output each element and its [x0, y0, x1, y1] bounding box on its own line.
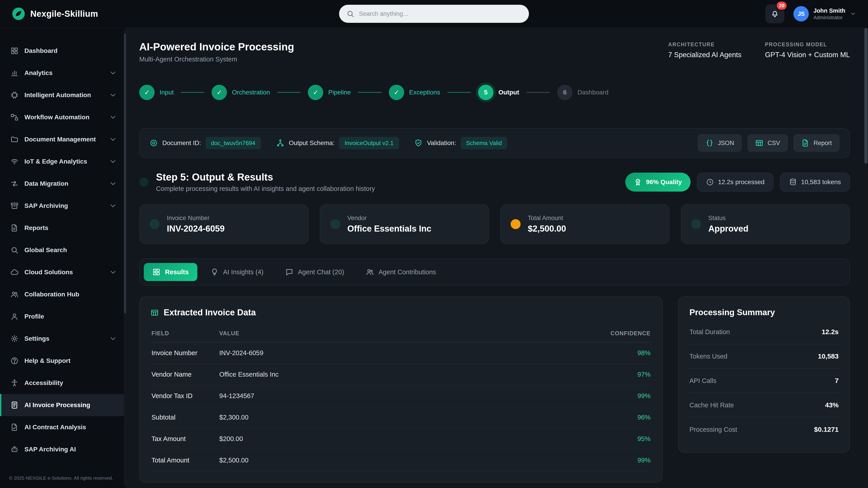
cell-value: 94-1234567: [219, 392, 583, 400]
sidebar-item[interactable]: Collaboration Hub: [0, 283, 126, 305]
step-mark: ✓: [144, 89, 149, 96]
sidebar-item[interactable]: AI Contract Analysis: [0, 416, 126, 438]
sidebar-item-icon: [10, 202, 19, 210]
cell-field: Vendor Name: [151, 371, 219, 378]
summary-cards: Invoice Number INV-2024-6059 Vendor Offi…: [139, 204, 850, 244]
sidebar-item[interactable]: Settings: [0, 328, 126, 350]
tab-icon: [366, 268, 374, 276]
page-scrollbar[interactable]: [864, 0, 868, 488]
table-body: Invoice Number INV-2024-6059 98% Vendor …: [151, 343, 651, 471]
stepper-step[interactable]: ✓ Exceptions: [389, 85, 478, 100]
stat-label: ARCHITECTURE: [668, 41, 741, 48]
doc-info-chip: Schema Valid: [461, 137, 507, 149]
tab[interactable]: Results: [144, 263, 197, 281]
copyright-text: © 2025 NEXGILE e-Solutions. All rights r…: [0, 469, 126, 488]
doc-info-item: Document ID: doc_twuv5n7694: [150, 137, 261, 149]
topbar: Nexgile-Skillium 20 JS John Smith Admini…: [0, 0, 868, 28]
processing-summary-panel: Processing Summary Total Duration 12.2s …: [678, 296, 850, 453]
metric-badge: 12.2s processed: [697, 173, 774, 192]
sidebar-item[interactable]: Profile: [0, 305, 126, 328]
sidebar-item[interactable]: SAP Archiving AI: [0, 438, 126, 460]
sidebar-item[interactable]: Accessibility: [0, 372, 126, 394]
sidebar-item-label: Analytics: [24, 69, 53, 76]
stepper-step[interactable]: 5 Output: [478, 85, 557, 100]
global-search-bar[interactable]: [339, 5, 529, 23]
header-stat: PROCESSING MODEL GPT-4 Vision + Custom M…: [765, 41, 850, 59]
main-content: AI-Powered Invoice Processing Multi-Agen…: [127, 28, 868, 488]
sidebar-item-label: SAP Archiving: [24, 202, 68, 209]
export-button-icon: [706, 139, 714, 147]
user-meta: John Smith Administrator: [813, 7, 845, 21]
notifications-button[interactable]: 20: [765, 4, 784, 23]
sidebar-item-label: Help & Support: [24, 357, 70, 364]
sidebar-item-icon: [10, 379, 19, 387]
sidebar-item[interactable]: Intelligent Automation: [0, 84, 126, 106]
tab[interactable]: Agent Contributions: [357, 263, 445, 281]
chevron-down-icon: [109, 113, 117, 121]
stepper-step[interactable]: ✓ Pipeline: [308, 85, 389, 100]
tab-label: Results: [165, 268, 189, 276]
search-icon: [346, 10, 354, 18]
sidebar-item[interactable]: Workflow Automation: [0, 106, 126, 128]
summary-card: Invoice Number INV-2024-6059: [139, 204, 309, 244]
page-scrollbar-thumb[interactable]: [864, 28, 868, 164]
sidebar-item-icon: [10, 445, 19, 453]
sidebar-nav: Dashboard Analytics Intelligent Automati…: [0, 40, 126, 460]
tab[interactable]: AI Insights (4): [202, 263, 272, 281]
sidebar-item[interactable]: Dashboard: [0, 40, 126, 62]
export-button[interactable]: JSON: [698, 134, 742, 152]
stepper-step[interactable]: 6 Dashboard: [557, 85, 609, 100]
export-button[interactable]: CSV: [747, 134, 788, 152]
summary-row-value: 43%: [825, 401, 839, 409]
sidebar-item-label: Accessibility: [24, 379, 63, 387]
doc-info-label: Validation:: [427, 139, 456, 147]
sidebar-item[interactable]: Global Search: [0, 239, 126, 261]
export-button[interactable]: Report: [794, 134, 839, 152]
table-row: Subtotal $2,300.00 96%: [151, 407, 651, 428]
sidebar-item[interactable]: Reports: [0, 217, 126, 239]
sidebar-item[interactable]: Data Migration: [0, 173, 126, 195]
stepper-step[interactable]: ✓ Orchestration: [212, 85, 308, 100]
export-button-label: CSV: [767, 140, 780, 147]
search-input[interactable]: [359, 10, 522, 18]
results-content: Extracted Invoice Data FIELD VALUE CONFI…: [139, 296, 850, 483]
summary-card-value: INV-2024-6059: [167, 224, 225, 234]
chevron-down-icon: [850, 11, 856, 17]
export-actions: JSON CSV Report: [698, 134, 839, 152]
brand[interactable]: Nexgile-Skillium: [12, 7, 98, 21]
sidebar-scrollbar[interactable]: [124, 30, 126, 485]
cell-confidence: 98%: [583, 349, 651, 357]
summary-row-value: 12.2s: [822, 328, 839, 336]
sidebar-item-label: Workflow Automation: [24, 113, 90, 121]
sidebar-item[interactable]: Analytics: [0, 62, 126, 84]
stepper-step[interactable]: ✓ Input: [139, 85, 212, 100]
chevron-down-icon: [109, 91, 117, 99]
column-value: VALUE: [219, 330, 583, 337]
sidebar-item-label: AI Invoice Processing: [24, 401, 90, 409]
extracted-data-title: Extracted Invoice Data: [164, 308, 256, 318]
sidebar-item[interactable]: Help & Support: [0, 350, 126, 372]
sidebar-item[interactable]: Cloud Solutions: [0, 261, 126, 283]
sidebar-item-icon: [10, 268, 19, 276]
tab[interactable]: Agent Chat (20): [277, 263, 353, 281]
step-label: Exceptions: [409, 89, 440, 96]
sidebar-item[interactable]: SAP Archiving: [0, 195, 126, 217]
sidebar-item[interactable]: AI Invoice Processing: [0, 394, 126, 416]
summary-card-icon: [510, 219, 521, 229]
cell-confidence: 95%: [583, 435, 651, 443]
processing-summary-list: Total Duration 12.2s Tokens Used 10,583 …: [689, 320, 839, 442]
sidebar-item[interactable]: IoT & Edge Analytics: [0, 151, 126, 173]
sidebar-scrollbar-thumb[interactable]: [124, 33, 126, 314]
sidebar-item[interactable]: Document Management: [0, 128, 126, 151]
stat-label: PROCESSING MODEL: [765, 41, 850, 48]
sidebar-item-icon: [10, 69, 19, 77]
cell-confidence: 99%: [583, 392, 651, 400]
step-label: Pipeline: [328, 89, 351, 96]
sidebar-item-label: Settings: [24, 335, 49, 342]
doc-info-item: Output Schema: InvoiceOutput v2.1: [276, 137, 399, 149]
step-mark: ✓: [313, 89, 318, 96]
tab-bar: Results AI Insights (4) Agent Chat (20) …: [139, 258, 850, 286]
stat-value: GPT-4 Vision + Custom ML: [765, 51, 850, 59]
header-stat: ARCHITECTURE 7 Specialized AI Agents: [668, 41, 741, 59]
user-menu[interactable]: JS John Smith Administrator: [794, 6, 856, 22]
